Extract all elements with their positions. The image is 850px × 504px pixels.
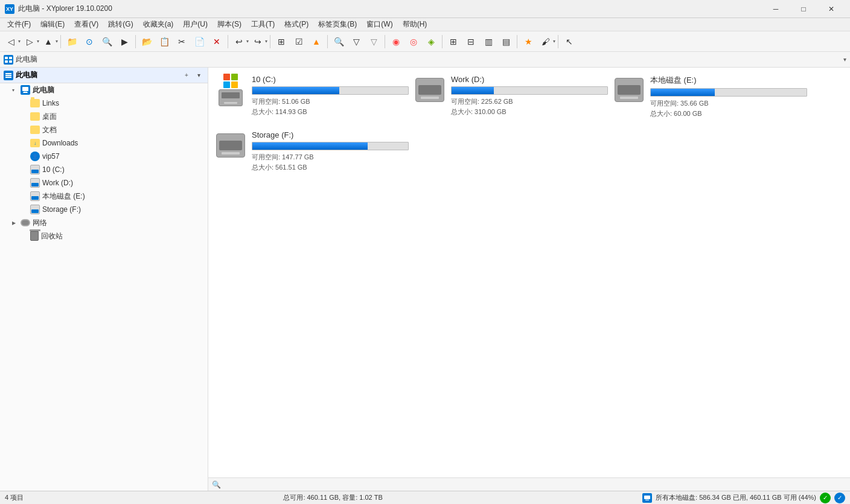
forward-arrow[interactable]: ▾: [37, 39, 39, 44]
links-folder-icon: [30, 99, 40, 107]
cut-button[interactable]: ✂: [173, 33, 190, 50]
drive-name-d: Work (D:): [451, 75, 608, 84]
up-arrow[interactable]: ▾: [56, 39, 58, 44]
drive-card-c[interactable]: 10 (C:) 可用空间: 51.06 GB 总大小: 114.93 GB: [216, 75, 403, 118]
sidebar-item-network[interactable]: ▶ 网络: [0, 216, 208, 229]
svg-rect-1: [9, 57, 12, 59]
paint-button[interactable]: 🖌: [537, 33, 554, 50]
sidebar-item-d[interactable]: Work (D:): [0, 176, 208, 190]
maximize-button[interactable]: □: [790, 0, 817, 18]
address-icon: [4, 55, 13, 65]
svg-rect-6: [5, 77, 11, 78]
menu-script[interactable]: 脚本(S): [212, 18, 246, 31]
target-button[interactable]: ◎: [405, 33, 422, 50]
send-button[interactable]: ▲: [308, 33, 325, 50]
drive-bar-f: [252, 142, 409, 150]
panel-button[interactable]: ▥: [480, 33, 497, 50]
sidebar-label-e: 本地磁盘 (E:): [42, 191, 85, 202]
sync-button[interactable]: ⊞: [273, 33, 290, 50]
drive-img-d: [415, 75, 445, 105]
paste-button[interactable]: 📄: [191, 33, 208, 50]
search-icon: 🔍: [212, 480, 221, 489]
menu-tabs[interactable]: 标签页集(B): [313, 18, 362, 31]
back-arrow[interactable]: ▾: [18, 39, 21, 44]
menu-format[interactable]: 格式(P): [280, 18, 313, 31]
paint-arrow[interactable]: ▾: [553, 39, 555, 44]
redo-arrow[interactable]: ▾: [265, 39, 267, 44]
sidebar-item-desktop[interactable]: 桌面: [0, 110, 208, 123]
user-icon: 👤: [30, 152, 40, 161]
sidebar-label-docs: 文档: [42, 125, 57, 135]
search-input[interactable]: [221, 481, 846, 488]
cursor-button[interactable]: ↖: [561, 33, 578, 50]
new-folder-button[interactable]: 📂: [138, 33, 155, 50]
drive-bar-e: [650, 88, 807, 97]
address-dropdown[interactable]: ▾: [843, 56, 846, 63]
folder-button[interactable]: 📁: [63, 33, 80, 50]
toolbar: ◁ ▾ ▷ ▾ ▲ ▾ 📁 ⊙ 🔍 ▶ 📂 📋 ✂ 📄 ✕ ↩ ▾ ↪ ▾ ⊞ …: [0, 31, 850, 52]
copy-button[interactable]: 📋: [156, 33, 173, 50]
forward-button[interactable]: ▷: [21, 33, 38, 50]
content-area: 10 (C:) 可用空间: 51.06 GB 总大小: 114.93 GB: [208, 68, 850, 491]
downloads-folder-icon: ↓: [30, 139, 40, 147]
sidebar-label-c: 10 (C:): [42, 165, 65, 174]
search-button[interactable]: 🔍: [98, 33, 115, 50]
preview-button[interactable]: ▶: [116, 33, 133, 50]
undo-arrow[interactable]: ▾: [246, 39, 249, 44]
sidebar-item-trash[interactable]: 回收站: [0, 229, 208, 243]
filter2-button[interactable]: ▽: [365, 33, 382, 50]
drive-available-d: 可用空间: 225.62 GB: [451, 97, 608, 107]
list-button[interactable]: ▤: [497, 33, 514, 50]
expand-arrow: ▾: [12, 88, 18, 93]
sidebar-item-docs[interactable]: 文档: [0, 123, 208, 136]
sidebar-item-vip57[interactable]: 👤 vip57: [0, 150, 208, 163]
sidebar-menu-button[interactable]: ▾: [193, 70, 204, 81]
sep2: [135, 35, 136, 48]
drive-bar-fill-c: [252, 87, 339, 94]
delete-button[interactable]: ✕: [208, 33, 225, 50]
star-button[interactable]: ★: [520, 33, 537, 50]
menu-edit[interactable]: 编辑(E): [36, 18, 69, 31]
sidebar: 此电脑 + ▾ ▾ 此电脑 Links 桌面: [0, 68, 208, 491]
sidebar-item-links[interactable]: Links: [0, 97, 208, 110]
menu-view[interactable]: 查看(V): [69, 18, 103, 31]
undo-button[interactable]: ↩: [231, 33, 248, 50]
drive-card-f[interactable]: Storage (F:) 可用空间: 147.77 GB 总大小: 561.51…: [216, 130, 403, 172]
sidebar-item-e[interactable]: 本地磁盘 (E:): [0, 190, 208, 203]
android-button[interactable]: ◈: [423, 33, 439, 50]
menu-tools[interactable]: 工具(T): [246, 18, 280, 31]
grid-button[interactable]: ⊞: [445, 33, 462, 50]
menu-favorites[interactable]: 收藏夹(a): [138, 18, 179, 31]
find-button[interactable]: 🔍: [330, 33, 347, 50]
drive-bar-fill-f: [252, 142, 368, 150]
sidebar-header-buttons: + ▾: [181, 70, 204, 81]
desktop-folder-icon: [30, 112, 40, 121]
menu-file[interactable]: 文件(F): [2, 18, 36, 31]
drive-card-e[interactable]: 本地磁盘 (E:) 可用空间: 35.66 GB 总大小: 60.00 GB: [614, 75, 801, 118]
home-button[interactable]: ⊙: [81, 33, 98, 50]
sidebar-item-c[interactable]: 10 (C:): [0, 163, 208, 176]
check-button[interactable]: ☑: [290, 33, 307, 50]
back-button[interactable]: ◁: [2, 33, 19, 50]
menu-goto[interactable]: 跳转(G): [103, 18, 138, 31]
network-icon: [21, 219, 30, 226]
menu-window[interactable]: 窗口(W): [362, 18, 397, 31]
menu-user[interactable]: 用户(U): [178, 18, 212, 31]
sidebar-add-button[interactable]: +: [181, 70, 192, 81]
menu-help[interactable]: 帮助(H): [398, 18, 432, 31]
color-button[interactable]: ◉: [388, 33, 404, 50]
minimize-button[interactable]: ─: [762, 0, 790, 18]
up-button[interactable]: ▲: [40, 33, 57, 50]
drive-name-c: 10 (C:): [252, 75, 409, 84]
sidebar-item-downloads[interactable]: ↓ Downloads: [0, 136, 208, 150]
sep6: [385, 35, 385, 48]
grid2-button[interactable]: ⊟: [462, 33, 479, 50]
status-count: 4 项目: [5, 493, 24, 502]
sidebar-item-f[interactable]: Storage (F:): [0, 203, 208, 216]
drive-card-d[interactable]: Work (D:) 可用空间: 225.62 GB 总大小: 310.00 GB: [415, 75, 602, 118]
drive-total-e: 总大小: 60.00 GB: [650, 109, 807, 119]
sidebar-item-computer[interactable]: ▾ 此电脑: [0, 83, 208, 97]
close-button[interactable]: ✕: [817, 0, 845, 18]
filter-button[interactable]: ▽: [348, 33, 365, 50]
redo-button[interactable]: ↪: [249, 33, 266, 50]
